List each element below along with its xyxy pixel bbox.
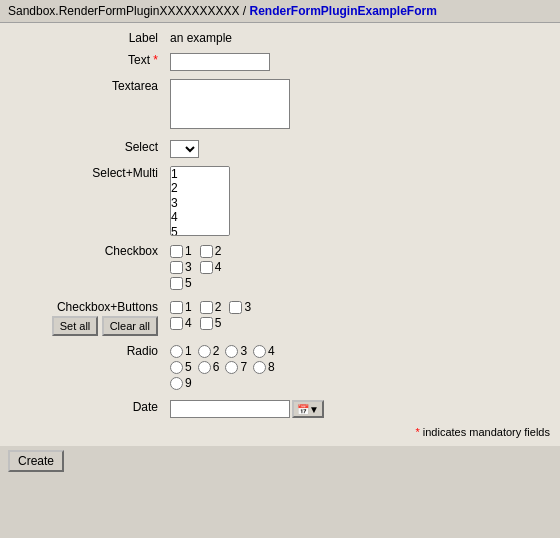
cb-btn-label-1: 1: [170, 300, 192, 314]
select-field-cell: 1 2 3 4 5: [164, 136, 556, 162]
radio-label-9: 9: [170, 376, 192, 390]
checkbox-label-2: 2: [200, 244, 222, 258]
date-field-label: Date: [4, 396, 164, 422]
label-field-value: an example: [164, 27, 556, 49]
checkbox-label-3: 3: [170, 260, 192, 274]
cb-btn-row-2: 4 5: [170, 316, 550, 330]
radio-5[interactable]: [170, 361, 183, 374]
checkbox-buttons-row: Checkbox+Buttons Set all Clear all 1 2 3…: [4, 296, 556, 340]
textarea-field-label: Textarea: [4, 75, 164, 136]
text-required-star: *: [153, 53, 158, 67]
mandatory-note-row: * indicates mandatory fields: [4, 422, 556, 442]
bottom-bar: Create: [0, 446, 560, 476]
mandatory-star: *: [415, 426, 419, 438]
label-row: Label an example: [4, 27, 556, 49]
date-field-wrapper: 📅▼: [170, 400, 550, 418]
text-input[interactable]: [170, 53, 270, 71]
form-area: Label an example Text * Textarea Select: [0, 23, 560, 446]
date-input[interactable]: [170, 400, 290, 418]
cb-btn-3[interactable]: [229, 301, 242, 314]
radio-1[interactable]: [170, 345, 183, 358]
radio-4[interactable]: [253, 345, 266, 358]
checkbox-buttons-actions: Set all Clear all: [10, 316, 158, 336]
select-field-label: Select: [4, 136, 164, 162]
cb-btn-1[interactable]: [170, 301, 183, 314]
radio-row-3: 9: [170, 376, 550, 390]
checkbox-field-cell: 1 2 3 4 5: [164, 240, 556, 296]
checkbox-4[interactable]: [200, 261, 213, 274]
cb-btn-5[interactable]: [200, 317, 213, 330]
cb-btn-4[interactable]: [170, 317, 183, 330]
cb-btn-row-1: 1 2 3: [170, 300, 550, 314]
radio-row-1: 1 2 3 4: [170, 344, 550, 358]
checkbox-2[interactable]: [200, 245, 213, 258]
breadcrumb-separator: /: [239, 4, 249, 18]
radio-label-7: 7: [225, 360, 247, 374]
label-field-label: Label: [4, 27, 164, 49]
select-dropdown[interactable]: 1 2 3 4 5: [170, 140, 199, 158]
cb-btn-label-3: 3: [229, 300, 251, 314]
textarea-row: Textarea: [4, 75, 556, 136]
select-row: Select 1 2 3 4 5: [4, 136, 556, 162]
checkbox-label-5: 5: [170, 276, 192, 290]
checkbox-3[interactable]: [170, 261, 183, 274]
radio-6[interactable]: [198, 361, 211, 374]
date-row: Date 📅▼: [4, 396, 556, 422]
breadcrumb: Sandbox.RenderFormPluginXXXXXXXXXX / Ren…: [0, 0, 560, 23]
radio-label-4: 4: [253, 344, 275, 358]
radio-label-8: 8: [253, 360, 275, 374]
radio-9[interactable]: [170, 377, 183, 390]
set-all-button[interactable]: Set all: [52, 316, 99, 336]
radio-label-2: 2: [198, 344, 220, 358]
mandatory-note-text: indicates mandatory fields: [423, 426, 550, 438]
checkbox-label-1: 1: [170, 244, 192, 258]
cb-btn-label-5: 5: [200, 316, 222, 330]
radio-field-cell: 1 2 3 4 5 6 7 8 9: [164, 340, 556, 396]
select-multi-row: Select+Multi 1 2 3 4 5: [4, 162, 556, 240]
checkbox-field-label: Checkbox: [4, 240, 164, 296]
cb-btn-label-2: 2: [200, 300, 222, 314]
select-multi-listbox[interactable]: 1 2 3 4 5: [170, 166, 230, 236]
radio-label-3: 3: [225, 344, 247, 358]
date-picker-button[interactable]: 📅▼: [292, 400, 324, 418]
checkbox-row-2: 3 4: [170, 260, 550, 274]
checkbox-row: Checkbox 1 2 3 4 5: [4, 240, 556, 296]
breadcrumb-root: Sandbox.RenderFormPluginXXXXXXXXXX: [8, 4, 239, 18]
date-field-cell: 📅▼: [164, 396, 556, 422]
radio-3[interactable]: [225, 345, 238, 358]
radio-row-2: 5 6 7 8: [170, 360, 550, 374]
checkbox-row-1: 1 2: [170, 244, 550, 258]
create-button[interactable]: Create: [8, 450, 64, 472]
breadcrumb-current[interactable]: RenderFormPluginExampleForm: [249, 4, 436, 18]
mandatory-note-cell: * indicates mandatory fields: [4, 422, 556, 442]
checkbox-label-4: 4: [200, 260, 222, 274]
checkbox-1[interactable]: [170, 245, 183, 258]
checkbox-5[interactable]: [170, 277, 183, 290]
form-table: Label an example Text * Textarea Select: [4, 27, 556, 442]
textarea-input[interactable]: [170, 79, 290, 129]
radio-field-label: Radio: [4, 340, 164, 396]
checkbox-buttons-field-label: Checkbox+Buttons: [10, 300, 158, 314]
text-field-cell: [164, 49, 556, 75]
text-row: Text *: [4, 49, 556, 75]
checkbox-row-3: 5: [170, 276, 550, 290]
radio-label-6: 6: [198, 360, 220, 374]
radio-2[interactable]: [198, 345, 211, 358]
radio-8[interactable]: [253, 361, 266, 374]
radio-7[interactable]: [225, 361, 238, 374]
select-multi-field-cell: 1 2 3 4 5: [164, 162, 556, 240]
textarea-field-cell: [164, 75, 556, 136]
cb-btn-label-4: 4: [170, 316, 192, 330]
radio-label-1: 1: [170, 344, 192, 358]
select-multi-field-label: Select+Multi: [4, 162, 164, 240]
radio-label-5: 5: [170, 360, 192, 374]
radio-row: Radio 1 2 3 4 5 6 7 8 9: [4, 340, 556, 396]
cb-btn-2[interactable]: [200, 301, 213, 314]
checkbox-buttons-field-cell: 1 2 3 4 5: [164, 296, 556, 340]
clear-all-button[interactable]: Clear all: [102, 316, 158, 336]
text-field-label: Text *: [4, 49, 164, 75]
